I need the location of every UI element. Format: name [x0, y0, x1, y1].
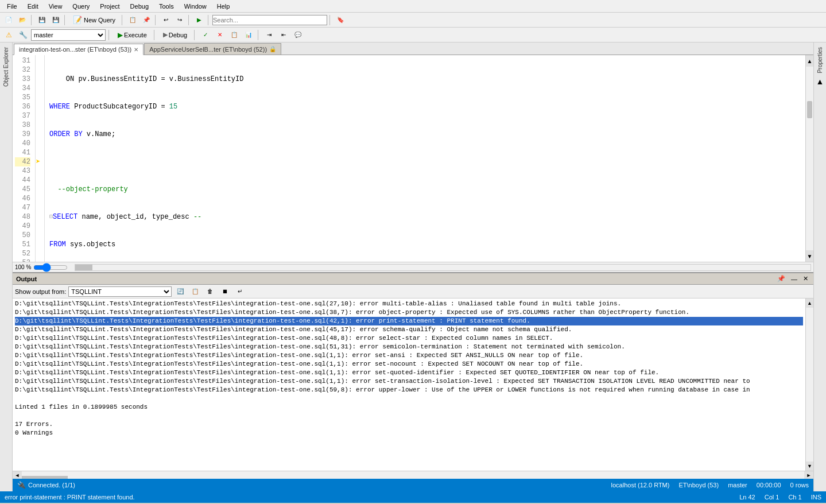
- sep6: [208, 15, 210, 25]
- scroll-up-btn[interactable]: ▲: [806, 55, 813, 67]
- cancel-query-btn[interactable]: ✕: [214, 29, 226, 41]
- debug-button[interactable]: ▶ Debug: [159, 29, 191, 41]
- tab-2[interactable]: AppServiceUserSelB...ter (ET\nboyd (52))…: [144, 43, 281, 55]
- tab-1-label: integration-test-on...ster (ET\nboyd (53…: [19, 46, 131, 53]
- output-line-3[interactable]: D:\git\tsqllint\TSQLLint.Tests\Integrati…: [15, 317, 803, 325]
- tab-1-close[interactable]: ✕: [134, 46, 138, 53]
- output-clear-btn[interactable]: 🗑: [204, 286, 216, 297]
- code-content[interactable]: ON pv.BusinessEntityID = v.BusinessEntit…: [45, 55, 805, 262]
- output-stop-btn[interactable]: ⏹: [219, 286, 231, 297]
- new-file-btn[interactable]: 📄: [2, 14, 15, 26]
- output-toolbar: Show output from: TSQLLINT 🔄 📋 🗑 ⏹ ↵: [13, 285, 813, 298]
- time-info: 00:00:00: [757, 482, 781, 489]
- scroll-down-btn[interactable]: ▼: [806, 250, 813, 262]
- object-explorer-label[interactable]: Object Explorer: [2, 45, 10, 89]
- connection-status: 🔌 Connected. (1/1): [17, 481, 75, 489]
- sql-sep3: [194, 30, 196, 40]
- tab-1[interactable]: integration-test-on...ster (ET\nboyd (53…: [14, 44, 144, 55]
- code-line-34: [49, 157, 801, 166]
- database-info: master: [728, 482, 747, 489]
- indent-btn[interactable]: ⇥: [263, 29, 276, 41]
- output-minimize-btn[interactable]: —: [789, 276, 799, 282]
- run-btn[interactable]: ▶: [193, 14, 205, 26]
- zoom-slider[interactable]: [33, 264, 68, 271]
- editor-scrollbar[interactable]: ▲ ▼: [805, 55, 813, 262]
- check-btn[interactable]: ✓: [199, 29, 212, 41]
- output-line-1: D:\git\tsqllint\TSQLLint.Tests\Integrati…: [15, 300, 803, 308]
- zoom-bar: 100 %: [13, 262, 813, 272]
- menu-query[interactable]: Query: [68, 2, 94, 11]
- output-h-left[interactable]: ◄: [13, 471, 22, 479]
- output-h-thumb[interactable]: [22, 476, 68, 479]
- output-h-right[interactable]: ►: [804, 471, 813, 479]
- menu-tools[interactable]: Tools: [154, 2, 179, 11]
- menu-debug[interactable]: Debug: [126, 2, 153, 11]
- redo-btn[interactable]: ↪: [173, 14, 186, 26]
- comment-btn[interactable]: 💬: [292, 29, 304, 41]
- code-line-36: ⊟SELECT name, object_id, type_desc --: [49, 212, 801, 222]
- sql-icon2[interactable]: 🔧: [17, 29, 29, 41]
- output-content[interactable]: D:\git\tsqllint\TSQLLint.Tests\Integrati…: [13, 298, 805, 471]
- sql-sep4: [258, 30, 260, 40]
- output-pin-btn[interactable]: 📌: [775, 275, 787, 282]
- new-query-button[interactable]: 📝 New Query: [69, 14, 119, 26]
- output-line-5: D:\git\tsqllint\TSQLLint.Tests\Integrati…: [15, 334, 803, 343]
- database-select[interactable]: master: [31, 29, 106, 41]
- sep7: [329, 15, 332, 25]
- left-sidebar: Object Explorer: [0, 42, 13, 491]
- scroll-thumb[interactable]: [807, 101, 812, 118]
- execute-play-icon: ▶: [118, 31, 123, 39]
- open-btn[interactable]: 📂: [16, 14, 29, 26]
- output-line-4: D:\git\tsqllint\TSQLLint.Tests\Integrati…: [15, 325, 803, 334]
- output-scroll-up[interactable]: ▲: [806, 298, 813, 308]
- output-h-scrollbar[interactable]: ◄ ►: [13, 471, 813, 479]
- menu-edit[interactable]: Edit: [23, 2, 43, 11]
- code-line-35: --object-property: [49, 185, 801, 194]
- main-toolbar: 📄 📂 💾 💾 📝 New Query 📋 📌 ↩ ↪ ▶ 🔖: [0, 13, 826, 28]
- output-wrap-btn[interactable]: ↵: [234, 286, 246, 297]
- output-close-btn[interactable]: ✕: [801, 275, 810, 282]
- output-line-7: D:\git\tsqllint\TSQLLint.Tests\Integrati…: [15, 351, 803, 360]
- sidebar-expand-btn[interactable]: ▲: [816, 77, 824, 86]
- debug-label: Debug: [169, 32, 187, 38]
- menu-help[interactable]: Help: [212, 2, 235, 11]
- paste-btn[interactable]: 📌: [140, 14, 153, 26]
- undo-btn[interactable]: ↩: [160, 14, 172, 26]
- output-copy-btn[interactable]: 📋: [189, 286, 201, 297]
- results-btn[interactable]: 📊: [242, 29, 255, 41]
- output-scroll-down[interactable]: ▼: [806, 462, 813, 471]
- bookmark-btn[interactable]: 🔖: [334, 14, 347, 26]
- parse-btn[interactable]: 📋: [228, 29, 241, 41]
- output-line-linted: Linted 1 files in 0.1899985 seconds: [15, 403, 803, 412]
- output-refresh-btn[interactable]: 🔄: [174, 286, 187, 297]
- editor-scroll: 31 32 33 34 35 36 37 38 39 40 41 42: [13, 55, 805, 262]
- new-query-icon: 📝: [73, 15, 82, 24]
- output-source-select[interactable]: TSQLLINT: [68, 286, 172, 297]
- output-line-warnings: 0 Warnings: [15, 429, 803, 437]
- menu-project[interactable]: Project: [95, 2, 124, 11]
- editor-content[interactable]: 31 32 33 34 35 36 37 38 39 40 41 42: [13, 55, 805, 262]
- sql-icon1[interactable]: ⚠: [2, 29, 15, 41]
- output-scroll-track[interactable]: [806, 308, 813, 462]
- output-scrollbar[interactable]: ▲ ▼: [805, 298, 813, 471]
- save-all-btn[interactable]: 💾: [49, 14, 62, 26]
- h-scrollbar[interactable]: [75, 264, 811, 271]
- menu-view[interactable]: View: [44, 2, 67, 11]
- output-line-2: D:\git\tsqllint\TSQLLint.Tests\Integrati…: [15, 308, 803, 317]
- outdent-btn[interactable]: ⇤: [277, 29, 290, 41]
- h-scroll-thumb[interactable]: [75, 265, 92, 270]
- properties-label[interactable]: Properties: [816, 45, 824, 76]
- copy-btn[interactable]: 📋: [126, 14, 139, 26]
- menu-file[interactable]: File: [2, 2, 22, 11]
- save-btn[interactable]: 💾: [36, 14, 48, 26]
- execute-button[interactable]: ▶ Execute: [114, 29, 151, 41]
- rows-info: 0 rows: [790, 482, 809, 489]
- sql-sep1: [108, 30, 111, 40]
- scroll-track[interactable]: [806, 119, 813, 250]
- menu-window[interactable]: Window: [180, 2, 211, 11]
- sep1: [31, 15, 33, 25]
- server-info: localhost (12.0 RTM): [611, 482, 670, 489]
- search-input[interactable]: [212, 15, 327, 25]
- sep3: [122, 15, 124, 25]
- status-right: localhost (12.0 RTM) ET\nboyd (53) maste…: [611, 482, 809, 489]
